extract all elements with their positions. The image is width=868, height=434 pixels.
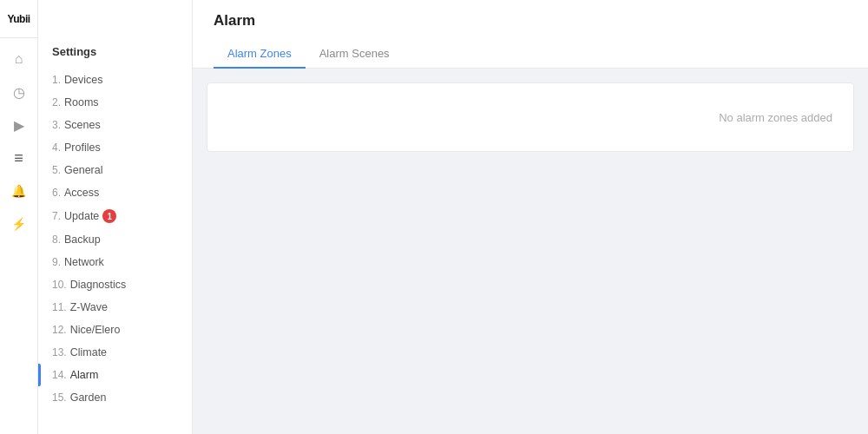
- bell-nav-icon[interactable]: 🔔: [5, 177, 33, 205]
- item-number: 2.: [52, 96, 61, 108]
- item-label: General: [64, 164, 102, 176]
- sidebar-item-climate[interactable]: 13.Climate: [38, 341, 192, 364]
- content-body: [207, 166, 854, 339]
- sidebar-item-general[interactable]: 5.General: [38, 159, 192, 181]
- main-content: Alarm Alarm ZonesAlarm Scenes No alarm z…: [193, 0, 868, 434]
- item-label: Backup: [64, 233, 101, 246]
- sidebar-item-profiles[interactable]: 4.Profiles: [38, 136, 192, 159]
- item-number: 7.: [52, 210, 61, 222]
- empty-message: No alarm zones added: [719, 111, 832, 124]
- update-badge: 1: [102, 209, 116, 223]
- sidebar-item-access[interactable]: 6.Access: [38, 181, 192, 204]
- sidebar-title: Settings: [38, 45, 192, 69]
- empty-state-panel: No alarm zones added: [207, 82, 854, 152]
- item-number: 11.: [52, 301, 67, 313]
- sidebar: Settings 1.Devices2.Rooms3.Scenes4.Profi…: [38, 0, 193, 434]
- item-number: 15.: [52, 391, 67, 404]
- tabs-container: Alarm ZonesAlarm Scenes: [214, 40, 847, 68]
- logo: Yubii: [7, 14, 30, 24]
- item-number: 8.: [52, 233, 61, 246]
- sidebar-item-backup[interactable]: 8.Backup: [38, 228, 192, 251]
- item-number: 3.: [52, 119, 61, 131]
- item-number: 10.: [52, 279, 67, 291]
- item-label: Scenes: [64, 119, 101, 131]
- main-header: Alarm Alarm ZonesAlarm Scenes: [193, 0, 868, 69]
- bolt-nav-icon[interactable]: ⚡: [5, 210, 33, 238]
- item-label: Network: [64, 256, 104, 268]
- sidebar-item-z-wave[interactable]: 11.Z-Wave: [38, 296, 192, 319]
- item-number: 14.: [52, 369, 67, 381]
- item-label: Z-Wave: [70, 301, 108, 313]
- sliders-nav-icon[interactable]: ≡: [5, 144, 33, 172]
- item-label: Access: [64, 187, 99, 199]
- item-label: Diagnostics: [70, 279, 127, 291]
- item-number: 4.: [52, 141, 61, 154]
- sidebar-item-devices[interactable]: 1.Devices: [38, 69, 192, 91]
- icon-nav: ⌂ ◷ ▶ ≡ 🔔 ⚡: [0, 0, 38, 434]
- tab-alarm-scenes[interactable]: Alarm Scenes: [306, 40, 404, 69]
- item-number: 12.: [52, 324, 67, 336]
- item-number: 9.: [52, 256, 61, 268]
- item-label: Rooms: [64, 96, 99, 108]
- tab-alarm-zones[interactable]: Alarm Zones: [214, 40, 306, 69]
- item-number: 6.: [52, 187, 61, 199]
- item-number: 13.: [52, 346, 67, 358]
- sidebar-item-diagnostics[interactable]: 10.Diagnostics: [38, 273, 192, 296]
- item-label: Garden: [70, 391, 107, 404]
- item-label: Alarm: [70, 369, 99, 381]
- clock-nav-icon[interactable]: ◷: [5, 78, 33, 106]
- item-label: Climate: [70, 346, 107, 358]
- sidebar-item-update[interactable]: 7.Update1: [38, 204, 192, 228]
- item-label: Nice/Elero: [70, 324, 121, 336]
- sidebar-item-network[interactable]: 9.Network: [38, 251, 192, 273]
- content-area: No alarm zones added: [193, 69, 868, 434]
- item-number: 5.: [52, 164, 61, 176]
- sidebar-item-nice-elero[interactable]: 12.Nice/Elero: [38, 319, 192, 341]
- sidebar-item-rooms[interactable]: 2.Rooms: [38, 91, 192, 114]
- item-label: Devices: [64, 74, 102, 86]
- play-nav-icon[interactable]: ▶: [5, 111, 33, 139]
- item-label: Update: [64, 210, 99, 222]
- sidebar-item-scenes[interactable]: 3.Scenes: [38, 114, 192, 136]
- item-label: Profiles: [64, 141, 101, 154]
- sidebar-item-garden[interactable]: 15.Garden: [38, 386, 192, 409]
- page-title: Alarm: [214, 12, 847, 30]
- home-nav-icon[interactable]: ⌂: [5, 45, 33, 73]
- item-number: 1.: [52, 74, 61, 86]
- sidebar-item-alarm[interactable]: 14.Alarm: [38, 364, 192, 386]
